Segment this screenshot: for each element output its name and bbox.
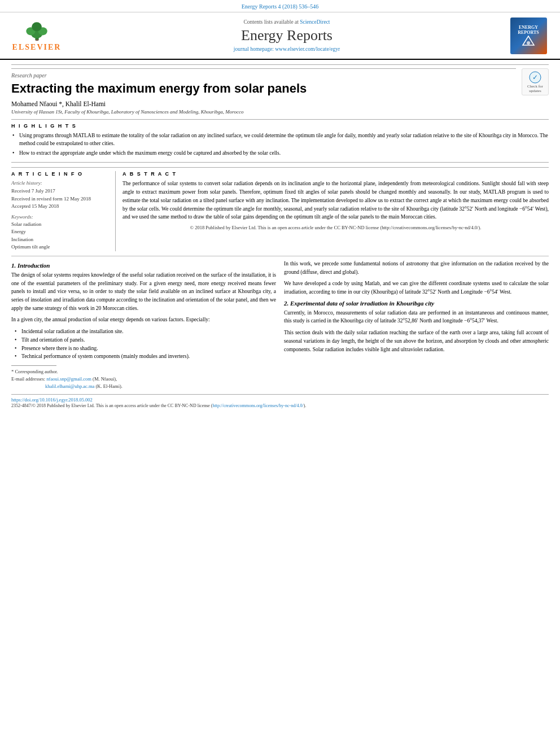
doi-link[interactable]: https://doi.org/10.1016/j.egyr.2018.05.0… [11, 397, 549, 403]
journal-header: ELSEVIER Contents lists available at Sci… [0, 12, 560, 60]
section2-title: 2. Experimental data of solar irradiatio… [284, 300, 549, 307]
keyword-1: Solar radiation [11, 221, 111, 229]
email-label: E-mail addresses: [11, 376, 45, 382]
check-for-updates-badge: ✓ Check for updates [522, 68, 549, 95]
abstract-title: A B S T R A C T [123, 171, 549, 177]
right-para2: We have developed a code by using Matlab… [284, 279, 549, 296]
elsevier-logo: ELSEVIER [12, 19, 62, 52]
keyword-2: Energy [11, 228, 111, 236]
body-left-column: 1. Introduction The design of solar syst… [11, 260, 276, 390]
article-header: Research paper Extracting the maximum en… [11, 68, 516, 119]
article-type: Research paper [11, 68, 516, 78]
svg-point-7 [527, 41, 530, 45]
badge-line2: REPORTS [518, 30, 539, 35]
section1-title: 1. Introduction [11, 262, 276, 269]
copyright-main: © 2018 Published by Elsevier Ltd. This i… [190, 225, 482, 230]
abstract-column: A B S T R A C T The performance of solar… [123, 171, 549, 251]
highlights-list: Using programs through MATLAB to estimat… [11, 132, 549, 158]
journal-homepage: journal homepage: www.elsevier.com/locat… [234, 46, 340, 52]
elsevier-logo-area: ELSEVIER [6, 17, 68, 54]
homepage-url[interactable]: www.elsevier.com/locate/egyr [275, 46, 340, 52]
authors-line: Mohamed Nfaoui *, Khalil El-Hami [11, 101, 516, 107]
authors-text: Mohamed Nfaoui *, Khalil El-Hami [11, 101, 106, 107]
energy-reports-badge-area: ENERGY REPORTS [506, 17, 551, 54]
article-info-column: A R T I C L E I N F O Article history: R… [11, 171, 116, 251]
journal-title-area: Contents lists available at ScienceDirec… [68, 17, 506, 54]
badge-line1: ENERGY [519, 25, 538, 30]
body-right-column: In this work, we precede some fundamenta… [284, 260, 549, 390]
elsevier-wordmark: ELSEVIER [12, 43, 62, 52]
history-revised: Received in revised form 12 May 2018 [11, 195, 111, 203]
history-received: Received 7 July 2017 [11, 187, 111, 195]
footnote-email: E-mail addresses: nfaoui.snp@gmail.com (… [11, 375, 276, 383]
elsevier-tree-icon [21, 19, 53, 42]
copyright-text: © 2018 Published by Elsevier Ltd. This i… [123, 225, 549, 230]
sciencedirect-link[interactable]: ScienceDirect [300, 19, 330, 25]
check-badge-text: Check for updates [522, 84, 548, 93]
article-info-title: A R T I C L E I N F O [11, 171, 111, 177]
check-updates-icon: ✓ [528, 71, 542, 84]
highlight-item-2: How to extract the appropriate angle und… [19, 149, 549, 157]
section2-para1: Currently, in Morocco, measurements of s… [284, 309, 549, 325]
keyword-3: Inclination [11, 236, 111, 244]
footer-doi-section: https://doi.org/10.1016/j.egyr.2018.05.0… [11, 394, 549, 409]
article-body: 1. Introduction The design of solar syst… [11, 256, 549, 390]
history-accepted: Accepted 15 May 2018 [11, 203, 111, 211]
footnote-star: * Corresponding author. [11, 368, 276, 375]
list-item-4: Technical performance of system componen… [21, 352, 276, 361]
svg-point-4 [32, 22, 42, 31]
highlight-item-1: Using programs through MATLAB to estimat… [19, 132, 549, 148]
right-para1: In this work, we precede some fundamenta… [284, 260, 549, 276]
email2-name: (K. El-Hami). [96, 383, 123, 389]
highlights-section: H I G H L I G H T S Using programs throu… [11, 119, 549, 163]
section2-para2: This section deals with the daily solar … [284, 329, 549, 353]
footer-license-text: 2352-4847/© 2018 Published by Elsevier L… [11, 403, 549, 409]
top-bar: Energy Reports 4 (2018) 536–546 [0, 0, 560, 12]
list-item-2: Tilt and orientation of panels. [21, 336, 276, 344]
badge-icon [520, 35, 537, 46]
section1-para1: The design of solar systems requires kno… [11, 271, 276, 313]
email2-link[interactable]: khalil.elhami@uhp.ac.ma [11, 383, 94, 389]
article-info-abstract: A R T I C L E I N F O Article history: R… [11, 167, 549, 251]
journal-citation: Energy Reports 4 (2018) 536–546 [242, 3, 318, 10]
footnote-email2: khalil.elhami@uhp.ac.ma (K. El-Hami). [11, 383, 276, 390]
article-history-label: Article history: [11, 180, 111, 186]
email1-name: (M. Nfaoui), [93, 376, 117, 382]
highlights-title: H I G H L I G H T S [11, 123, 549, 129]
keywords-label: Keywords: [11, 214, 111, 220]
license-end: ). [304, 403, 307, 408]
contents-line: Contents lists available at ScienceDirec… [243, 19, 330, 25]
footnote-divider [11, 365, 56, 366]
article-title: Extracting the maximum energy from solar… [11, 81, 516, 97]
section1-list: Incidental solar radiation at the instal… [11, 327, 276, 361]
main-content: Research paper Extracting the maximum en… [0, 60, 560, 415]
issn-text: 2352-4847/© 2018 Published by Elsevier L… [11, 403, 213, 408]
keyword-4: Optimum tilt angle [11, 243, 111, 251]
journal-name: Energy Reports [241, 27, 333, 44]
license-url[interactable]: http://creativecommons.org/licenses/by-n… [213, 403, 304, 408]
email1-link[interactable]: nfaoui.snp@gmail.com [46, 376, 91, 382]
list-item-3: Presence where there is no shading. [21, 344, 276, 353]
abstract-text: The performance of solar systems to conv… [123, 180, 549, 221]
affiliation: University of Hassan 1St, Faculty of Kho… [11, 109, 516, 115]
homepage-label: journal homepage: [234, 46, 274, 52]
energy-reports-badge: ENERGY REPORTS [510, 18, 547, 54]
svg-text:✓: ✓ [532, 73, 538, 81]
list-item-1: Incidental solar radiation at the instal… [21, 327, 276, 336]
svg-rect-5 [36, 40, 38, 41]
section1-para2: In a given city, the annual production o… [11, 316, 276, 324]
